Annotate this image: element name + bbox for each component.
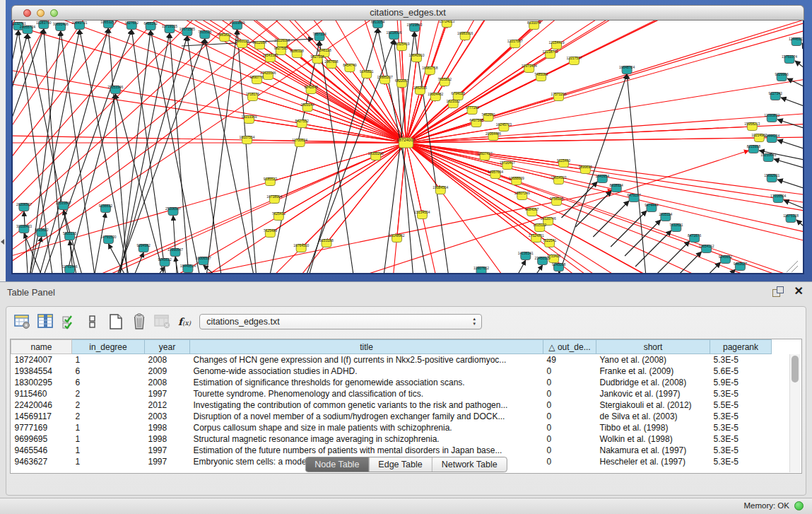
graph-node-label: 8960128 bbox=[235, 39, 249, 43]
graph-node-label: 9463627 bbox=[734, 262, 748, 266]
graph-node-label: 24055724 bbox=[20, 25, 35, 29]
graph-node-label: 19654923 bbox=[551, 175, 567, 180]
graph-node-label: 9294982 bbox=[137, 243, 151, 247]
graph-node-label: 18300295 bbox=[368, 151, 384, 156]
graph-node-label: 18640910 bbox=[408, 53, 424, 57]
table-row[interactable]: 969969511998Structural magnetic resonanc… bbox=[11, 433, 800, 445]
graph-node-label: 15751074 bbox=[782, 54, 797, 59]
graph-node-label: 2803144 bbox=[300, 103, 314, 107]
graph-node-label: 19384554 bbox=[433, 185, 448, 189]
unselect-columns-button[interactable] bbox=[83, 313, 102, 330]
table-toolbar: f(x) citations_edges.txt ▲▼ bbox=[13, 312, 482, 332]
table-chooser-select[interactable]: citations_edges.txt ▲▼ bbox=[199, 314, 482, 329]
graph-node-label: 9245612 bbox=[158, 257, 172, 262]
memory-status-label: Memory: OK bbox=[743, 501, 789, 510]
resize-grip-icon[interactable] bbox=[787, 261, 798, 272]
column-header-2[interactable]: year bbox=[145, 340, 190, 354]
graph-node-label: 8215958 bbox=[747, 144, 761, 148]
table-row[interactable]: 1456911722003Disruption of a novel membe… bbox=[11, 411, 800, 422]
graph-node-label: 10990547 bbox=[167, 247, 183, 252]
column-header-4[interactable]: △ out_de... bbox=[543, 340, 596, 354]
vertical-scrollbar[interactable] bbox=[789, 354, 801, 472]
collapse-arrow-icon[interactable] bbox=[1, 239, 4, 245]
graph-node-label: 6466162 bbox=[143, 21, 158, 25]
table-row[interactable]: 977716911998Corpus callosum shape and si… bbox=[11, 422, 800, 433]
float-panel-button[interactable] bbox=[772, 286, 784, 298]
graph-node-label: 18533847 bbox=[56, 201, 71, 205]
tab-node-table[interactable]: Node Table bbox=[305, 457, 368, 472]
graph-node-label: 20364486 bbox=[486, 132, 501, 136]
graph-node-label: 23450129 bbox=[535, 256, 551, 260]
minimize-traffic-light[interactable] bbox=[37, 9, 45, 17]
graph-node-label: 12325419 bbox=[394, 42, 410, 46]
graph-node-label: 12446922 bbox=[789, 37, 803, 41]
graph-node-label: 8131074 bbox=[527, 21, 541, 25]
tab-network-table[interactable]: Network Table bbox=[432, 457, 507, 472]
graph-node-label: 1615112 bbox=[533, 223, 546, 227]
dropdown-arrows-icon: ▲▼ bbox=[472, 317, 476, 327]
graph-node-label: 12218775 bbox=[543, 49, 558, 54]
graph-node-label: 9699695 bbox=[579, 165, 593, 169]
graph-node-label: 6794028 bbox=[452, 91, 466, 95]
graph-node-label: 15958213 bbox=[744, 122, 760, 126]
close-traffic-light[interactable] bbox=[23, 9, 31, 17]
graph-node-label: 10653257 bbox=[100, 21, 116, 24]
network-canvas[interactable]: 7963822896012889129542322605898275051654… bbox=[11, 21, 804, 274]
memory-ok-icon[interactable] bbox=[794, 501, 804, 510]
graph-node-label: 7955812 bbox=[438, 77, 452, 81]
zoom-traffic-light[interactable] bbox=[50, 9, 58, 17]
window-titlebar[interactable]: citations_edges.txt bbox=[11, 5, 804, 21]
table-row[interactable]: 946554611997Estimation of the future num… bbox=[11, 445, 800, 456]
column-header-3[interactable]: title bbox=[190, 340, 543, 354]
graph-nodes: 7963822896012889129542322605898275051654… bbox=[13, 21, 803, 273]
graph-node-label: 1527602 bbox=[125, 21, 139, 25]
column-header-5[interactable]: short bbox=[596, 340, 710, 354]
graph-node-label: 6479197 bbox=[627, 193, 641, 197]
graph-node-label: 16671585 bbox=[180, 27, 195, 31]
graph-node-label: 20643721 bbox=[72, 21, 88, 25]
graph-node-label: 30691406 bbox=[53, 22, 69, 26]
scrollbar-thumb[interactable] bbox=[792, 356, 799, 382]
network-desktop: citations_edges.txt 79638228960128891295… bbox=[0, 0, 812, 281]
side-panel-strip bbox=[0, 0, 6, 281]
graph-node-label: 16738994 bbox=[266, 194, 282, 199]
table-chooser-value: citations_edges.txt bbox=[206, 317, 280, 327]
table-row[interactable]: 1938455462009Genome-wide association stu… bbox=[11, 366, 800, 377]
graph-node-label: 9115460 bbox=[557, 158, 570, 163]
select-all-columns-button[interactable] bbox=[60, 313, 78, 330]
graph-node-label: 30108433 bbox=[16, 224, 32, 228]
column-header-1[interactable]: in_degree bbox=[72, 340, 145, 354]
graph-node-label: 8471676 bbox=[688, 233, 702, 238]
tab-edge-table[interactable]: Edge Table bbox=[368, 457, 431, 472]
table-row[interactable]: 911546021997Tourette syndrome. Phenomeno… bbox=[11, 388, 800, 399]
status-bar: Memory: OK bbox=[0, 498, 812, 514]
graph-node-label: 16764530 bbox=[293, 243, 309, 247]
graph-node-label: 14791530 bbox=[100, 235, 116, 239]
delete-column-button[interactable] bbox=[130, 313, 148, 330]
float-icon-front bbox=[777, 286, 784, 293]
table-panel: Table Panel ✕ bbox=[0, 281, 812, 499]
create-column-button[interactable] bbox=[107, 313, 125, 330]
graph-node-label: 16648784 bbox=[619, 65, 635, 69]
graph-node-label: 16245733 bbox=[496, 122, 512, 127]
function-builder-button[interactable]: f(x) bbox=[178, 316, 191, 327]
column-header-0[interactable]: name bbox=[11, 340, 72, 354]
table-settings-button[interactable] bbox=[13, 313, 32, 330]
graph-node-label: 10688609 bbox=[509, 176, 524, 180]
table-row[interactable]: 2242004622012Investigating the contribut… bbox=[11, 399, 800, 411]
graph-node-label: 19904482 bbox=[428, 92, 443, 96]
table-row[interactable]: 1872400712008Changes of HCN gene express… bbox=[11, 354, 800, 366]
graph-node-label: 5905135 bbox=[63, 231, 77, 235]
graph-node-label: 9245652 bbox=[719, 255, 733, 259]
graph-node-label: 8427552 bbox=[295, 119, 310, 123]
graph-node-label: 11700624 bbox=[292, 138, 307, 142]
table-row[interactable]: 1830029562008Estimation of significance … bbox=[11, 377, 800, 388]
graph-node-label: 16961758 bbox=[422, 66, 437, 70]
graph-node-label: 9827508 bbox=[310, 54, 324, 59]
graph-node-label: 10719155 bbox=[162, 24, 177, 28]
node-table: namein_degreeyeartitle△ out_de...shortpa… bbox=[10, 339, 802, 474]
graph-node-label: 7522541 bbox=[543, 238, 557, 243]
column-header-6[interactable]: pagerank bbox=[710, 340, 772, 354]
close-panel-button[interactable]: ✕ bbox=[794, 284, 804, 298]
show-column-button[interactable] bbox=[37, 313, 55, 330]
